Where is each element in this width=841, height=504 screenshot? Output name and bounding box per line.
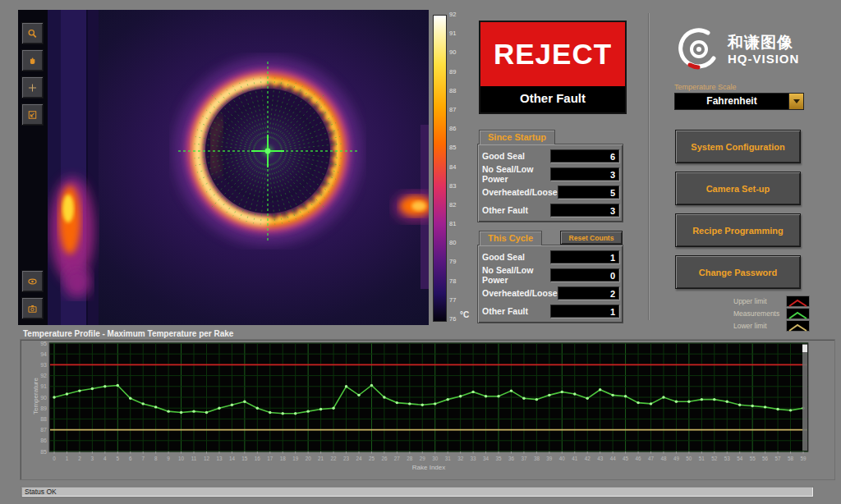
- svg-text:7: 7: [141, 456, 145, 461]
- counter-label: Overheated/Loose: [482, 187, 558, 197]
- fit-resize-icon: [27, 107, 38, 123]
- counter-value: 6: [550, 149, 619, 163]
- svg-text:36: 36: [508, 456, 515, 461]
- svg-text:Rake Index: Rake Index: [412, 464, 445, 471]
- svg-text:0: 0: [53, 456, 56, 461]
- dropdown-arrow-icon[interactable]: [788, 94, 803, 109]
- change-password-button[interactable]: Change Password: [675, 255, 801, 289]
- svg-text:30: 30: [432, 456, 439, 461]
- chart-title: Temperature Profile - Maximum Temperatur…: [23, 329, 233, 338]
- counter-value: 3: [550, 204, 619, 217]
- svg-text:9: 9: [167, 456, 170, 461]
- reset-counts-button[interactable]: Reset Counts: [560, 231, 623, 245]
- svg-text:56: 56: [762, 456, 769, 461]
- temperature-scale-dropdown[interactable]: Fahrenheit: [674, 93, 804, 110]
- svg-text:19: 19: [292, 456, 299, 461]
- temperature-scale-value: Fahrenheit: [675, 94, 788, 109]
- svg-text:44: 44: [610, 456, 617, 461]
- upper-limit-swatch-icon: [786, 296, 810, 307]
- svg-text:91: 91: [40, 383, 47, 389]
- counter-value: 5: [558, 186, 619, 199]
- thermal-image-canvas: [48, 10, 429, 325]
- colorbar-unit: °C: [460, 310, 469, 319]
- svg-text:94: 94: [40, 351, 47, 357]
- snapshot-tool-button[interactable]: [21, 297, 44, 319]
- pan-tool-button[interactable]: [21, 49, 44, 71]
- this-cycle-group: This Cycle Reset Counts Good Seal 1 No S…: [477, 231, 623, 323]
- colorbar-gradient: [433, 15, 447, 322]
- svg-text:48: 48: [660, 456, 667, 461]
- lower-limit-swatch-icon: [786, 320, 810, 332]
- svg-text:21: 21: [318, 456, 324, 461]
- thermal-viewer-panel: [18, 10, 429, 325]
- result-fault-label: Other Fault: [480, 86, 625, 109]
- svg-text:12: 12: [204, 456, 210, 461]
- vertical-divider: [648, 13, 649, 320]
- svg-text:20: 20: [306, 456, 312, 461]
- result-status: REJECT: [480, 22, 625, 86]
- svg-text:8: 8: [154, 456, 158, 461]
- counter-row: No Seal/Low Power 3: [482, 165, 619, 183]
- svg-text:86: 86: [40, 438, 47, 443]
- svg-text:51: 51: [699, 456, 705, 461]
- svg-text:92: 92: [40, 373, 47, 378]
- counter-label: Other Fault: [482, 306, 550, 316]
- svg-text:50: 50: [686, 456, 692, 461]
- svg-text:26: 26: [381, 456, 388, 461]
- counter-value: 1: [550, 305, 619, 318]
- svg-text:42: 42: [585, 456, 591, 461]
- svg-text:28: 28: [407, 456, 413, 461]
- svg-text:47: 47: [648, 456, 655, 461]
- svg-text:13: 13: [216, 456, 223, 461]
- svg-text:57: 57: [775, 456, 782, 461]
- svg-text:45: 45: [623, 456, 629, 461]
- svg-text:41: 41: [572, 456, 578, 461]
- svg-text:18: 18: [280, 456, 287, 461]
- zoom-tool-button[interactable]: [21, 22, 44, 44]
- viewer-toolbar: [18, 10, 48, 325]
- svg-text:5: 5: [117, 456, 120, 461]
- fit-tool-button[interactable]: [21, 103, 44, 126]
- svg-text:38: 38: [534, 456, 540, 461]
- since-startup-tab: Since Startup: [479, 130, 555, 144]
- svg-text:93: 93: [40, 362, 47, 368]
- counter-row: Good Seal 6: [482, 147, 619, 165]
- result-panel: REJECT Other Fault: [479, 21, 627, 114]
- view-tool-button[interactable]: [21, 270, 44, 292]
- svg-text:27: 27: [394, 456, 401, 461]
- svg-text:58: 58: [788, 456, 794, 461]
- counter-label: Good Seal: [482, 252, 550, 262]
- system-configuration-button[interactable]: System Configuration: [675, 130, 801, 163]
- svg-text:55: 55: [750, 456, 756, 461]
- svg-text:49: 49: [673, 456, 680, 461]
- thermal-image[interactable]: [48, 10, 429, 325]
- crosshair-icon: [27, 80, 38, 96]
- counter-label: No Seal/Low Power: [482, 265, 550, 285]
- counter-label: Other Fault: [482, 205, 550, 215]
- svg-text:31: 31: [445, 456, 452, 461]
- brand-name-cn: 和谦图像: [728, 34, 799, 52]
- counter-label: No Seal/Low Power: [482, 164, 550, 184]
- recipe-programming-button[interactable]: Recipe Programming: [675, 213, 801, 247]
- temperature-profile-chart[interactable]: 8586878889909192939495012345678910111213…: [33, 341, 815, 476]
- svg-text:37: 37: [521, 456, 527, 461]
- svg-text:16: 16: [255, 456, 261, 461]
- legend-row-upper-limit: Upper limit: [733, 296, 810, 307]
- camera-setup-button[interactable]: Camera Set-up: [675, 172, 801, 205]
- svg-text:10: 10: [178, 456, 185, 461]
- zoom-icon: [27, 25, 38, 42]
- hq-vision-logo-icon: [677, 27, 721, 71]
- svg-text:52: 52: [711, 456, 718, 461]
- svg-text:33: 33: [471, 456, 477, 461]
- app-root: 9291908988878685848382818079787776 °C RE…: [0, 0, 841, 504]
- crosshair-tool-button[interactable]: [21, 76, 44, 99]
- svg-text:54: 54: [737, 456, 743, 461]
- svg-text:87: 87: [40, 427, 47, 433]
- svg-text:3: 3: [91, 456, 94, 461]
- chart-legend: Upper limit Measurements Lower limit: [733, 296, 810, 332]
- since-startup-group: Since Startup Good Seal 6 No Seal/Low Po…: [477, 130, 623, 222]
- legend-label: Measurements: [733, 309, 786, 318]
- svg-text:39: 39: [546, 456, 553, 461]
- svg-text:34: 34: [483, 456, 489, 461]
- counter-row: Overheated/Loose 5: [482, 183, 619, 201]
